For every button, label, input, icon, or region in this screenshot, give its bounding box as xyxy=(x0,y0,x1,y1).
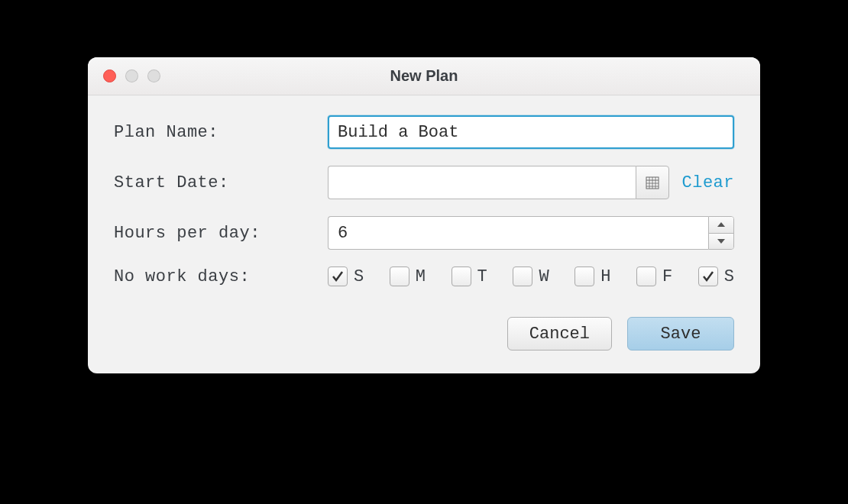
hours-increment-button[interactable] xyxy=(709,217,733,233)
day-fri-label: F xyxy=(662,267,672,286)
close-icon[interactable] xyxy=(103,69,116,82)
check-icon xyxy=(331,270,345,283)
form-body: Plan Name: Start Date: xyxy=(88,95,760,373)
start-date-label: Start Date: xyxy=(114,173,328,192)
plan-name-row: Plan Name: xyxy=(114,115,734,149)
day-thu-label: H xyxy=(600,267,610,286)
hours-decrement-button[interactable] xyxy=(709,233,733,250)
window-title: New Plan xyxy=(88,67,760,85)
no-work-days-row: No work days: S M xyxy=(114,267,734,286)
day-tue: T xyxy=(452,267,487,286)
chevron-up-icon xyxy=(717,222,725,227)
clear-date-link[interactable]: Clear xyxy=(681,173,734,192)
minimize-icon[interactable] xyxy=(125,69,138,82)
day-sat-label: S xyxy=(724,267,734,286)
zoom-icon[interactable] xyxy=(147,69,160,82)
hours-per-day-label: Hours per day: xyxy=(114,224,328,243)
day-sat: S xyxy=(698,267,734,286)
dialog-buttons: Cancel Save xyxy=(114,317,734,351)
no-work-days-group: S M T W xyxy=(328,267,734,286)
day-wed: W xyxy=(513,267,549,286)
day-mon-label: M xyxy=(416,267,426,286)
traffic-lights xyxy=(88,69,160,82)
day-thu-checkbox[interactable] xyxy=(575,267,594,286)
day-fri: F xyxy=(636,267,672,286)
day-thu: H xyxy=(575,267,610,286)
date-picker-button[interactable] xyxy=(636,166,669,199)
svg-marker-8 xyxy=(717,239,725,244)
day-sat-checkbox[interactable] xyxy=(698,267,718,286)
start-date-row: Start Date: xyxy=(114,166,734,199)
day-mon: M xyxy=(390,267,426,286)
day-sun: S xyxy=(328,267,364,286)
calendar-icon xyxy=(646,176,659,189)
day-sun-label: S xyxy=(354,267,364,286)
hours-per-day-row: Hours per day: xyxy=(114,216,734,250)
day-wed-checkbox[interactable] xyxy=(513,267,532,286)
plan-name-label: Plan Name: xyxy=(114,123,328,142)
hours-per-day-input[interactable] xyxy=(328,216,708,250)
day-tue-label: T xyxy=(477,267,487,286)
dialog-window: New Plan Plan Name: Start Date: xyxy=(88,57,760,373)
check-icon xyxy=(701,270,715,283)
plan-name-input[interactable] xyxy=(328,115,734,149)
cancel-button[interactable]: Cancel xyxy=(507,317,612,351)
titlebar: New Plan xyxy=(88,57,760,95)
no-work-days-label: No work days: xyxy=(114,267,328,286)
start-date-input[interactable] xyxy=(328,166,636,199)
day-wed-label: W xyxy=(539,267,549,286)
day-tue-checkbox[interactable] xyxy=(452,267,471,286)
svg-marker-7 xyxy=(717,222,725,227)
day-fri-checkbox[interactable] xyxy=(636,267,656,286)
day-sun-checkbox[interactable] xyxy=(328,267,348,286)
chevron-down-icon xyxy=(717,239,725,244)
save-button[interactable]: Save xyxy=(627,317,734,351)
day-mon-checkbox[interactable] xyxy=(390,267,409,286)
